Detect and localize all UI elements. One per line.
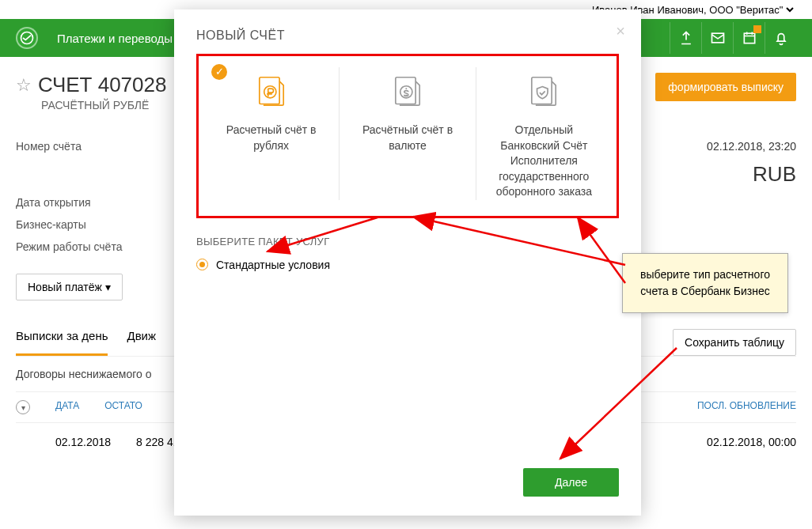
next-button[interactable]: Далее <box>523 468 619 497</box>
option-defense-label: Отдельный Банковский Счёт Исполнителя го… <box>486 123 602 200</box>
modal-title: НОВЫЙ СЧЁТ <box>196 28 619 43</box>
option-ruble[interactable]: ✓ Расчетный счёт в рублях <box>203 67 339 200</box>
account-type-options: ✓ Расчетный счёт в рублях Расчётный счёт… <box>196 54 619 218</box>
svg-rect-7 <box>532 77 552 104</box>
currency-doc-icon <box>386 72 429 115</box>
shield-doc-icon <box>522 72 565 115</box>
package-section-label: ВЫБЕРИТЕ ПАКЕТ УСЛУГ <box>196 236 619 247</box>
modal-new-account: НОВЫЙ СЧЁТ × ✓ Расчетный счёт в рублях Р… <box>174 9 641 516</box>
option-currency-label: Расчётный счёт в валюте <box>349 123 465 153</box>
radio-label: Стандартные условия <box>216 259 330 271</box>
radio-icon <box>196 259 208 270</box>
option-currency[interactable]: Расчётный счёт в валюте <box>339 67 475 200</box>
check-icon: ✓ <box>211 64 227 80</box>
ruble-doc-icon <box>250 72 293 115</box>
option-defense[interactable]: Отдельный Банковский Счёт Исполнителя го… <box>476 67 612 200</box>
hint-callout: выберите тип расчетного счета в Сбербанк… <box>622 253 788 313</box>
option-ruble-label: Расчетный счёт в рублях <box>213 123 329 153</box>
close-icon[interactable]: × <box>616 22 625 40</box>
radio-standard[interactable]: Стандартные условия <box>196 259 619 271</box>
